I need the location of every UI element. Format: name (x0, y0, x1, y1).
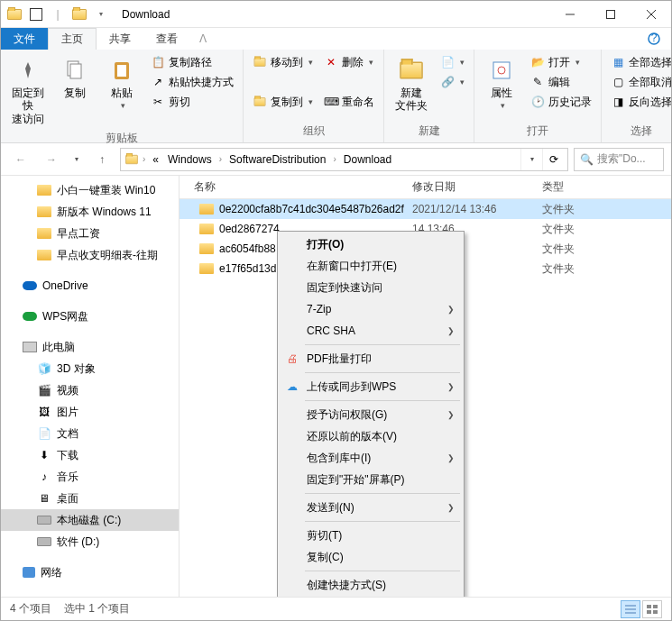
select-all-button[interactable]: ▦全部选择 (607, 52, 672, 72)
library-icon: 📄 (37, 427, 51, 440)
view-icons-button[interactable] (642, 600, 662, 618)
tree-pc-item[interactable]: ⬇下载 (1, 444, 179, 466)
ctx-create-shortcut[interactable]: 创建快捷方式(S) (280, 574, 462, 596)
nav-up[interactable]: ↑ (89, 147, 115, 172)
paste-button[interactable]: 粘贴 ▾ (100, 52, 143, 114)
copy-button[interactable]: 复制 (53, 52, 97, 103)
crumb-windows[interactable]: Windows (164, 149, 216, 170)
minimize-button[interactable] (549, 1, 590, 28)
search-input[interactable]: 🔍 搜索"Do... (574, 148, 664, 171)
crumb-download[interactable]: Download (340, 149, 395, 170)
tree-pc-item[interactable]: ♪音乐 (1, 466, 179, 488)
ctx-crc-sha[interactable]: CRC SHA (280, 320, 462, 342)
ctx-open-new-window[interactable]: 在新窗口中打开(E) (280, 255, 462, 277)
tree-quick-item[interactable]: 新版本 Windows 11 (1, 201, 179, 223)
ctx-prev-versions[interactable]: 还原以前的版本(V) (280, 425, 462, 447)
view-details-button[interactable] (621, 600, 640, 618)
ctx-include-library[interactable]: 包含到库中(I) (280, 447, 462, 469)
nav-history-dropdown[interactable]: ▾ (69, 147, 84, 172)
library-icon: 🧊 (37, 362, 51, 375)
ctx-pdf-print[interactable]: 🖨PDF批量打印 (280, 348, 462, 370)
help-icon[interactable]: ? (637, 28, 671, 50)
tab-home[interactable]: 主页 (48, 28, 97, 50)
ctx-pin-start[interactable]: 固定到"开始"屏幕(P) (280, 469, 462, 490)
refresh-button[interactable]: ⟳ (542, 149, 564, 170)
list-header[interactable]: 名称 修改日期 类型 (180, 176, 671, 199)
cut-button[interactable]: ✂剪切 (147, 92, 237, 112)
table-row[interactable]: 0e2200cfa8b7c41dc304e5487b26ad2f2021/12/… (180, 199, 671, 219)
ctx-open[interactable]: 打开(O) (280, 233, 462, 255)
paste-shortcut-button[interactable]: ↗粘贴快捷方式 (147, 72, 237, 92)
addr-dropdown[interactable]: ▾ (520, 149, 542, 170)
ctx-separator (305, 400, 460, 401)
ctx-cut[interactable]: 剪切(T) (280, 525, 462, 546)
tree-wps[interactable]: WPS网盘 (1, 306, 179, 327)
qat-checkbox[interactable] (26, 5, 46, 24)
history-button[interactable]: 🕑历史记录 (527, 92, 595, 112)
close-button[interactable] (631, 1, 671, 28)
nav-back[interactable]: ← (8, 147, 33, 172)
tree-pc-item[interactable]: 软件 (D:) (1, 531, 179, 553)
cloud-icon (23, 281, 37, 290)
svg-rect-1 (606, 10, 614, 18)
tab-view[interactable]: 查看 (143, 28, 190, 50)
ctx-7zip[interactable]: 7-Zip (280, 298, 462, 320)
properties-button[interactable]: 属性 ▾ (480, 52, 523, 114)
move-to-button[interactable]: 移动到▾ (249, 52, 317, 72)
chevron-down-icon: ▾ (121, 101, 125, 111)
col-date[interactable]: 修改日期 (412, 179, 542, 195)
group-organize-label: 组织 (249, 122, 378, 142)
crumb-softwaredist[interactable]: SoftwareDistribution (226, 149, 329, 170)
tree-onedrive[interactable]: OneDrive (1, 275, 179, 297)
tree-quick-item[interactable]: 小白一键重装 Win10 (1, 179, 179, 201)
tree-pc-item[interactable]: 🖼图片 (1, 401, 179, 423)
tree-pc-item[interactable]: 📄文档 (1, 423, 179, 444)
svg-text:?: ? (651, 32, 658, 44)
svg-rect-9 (117, 65, 126, 77)
new-folder-button[interactable]: 新建 文件夹 (390, 52, 433, 116)
qat-dropdown[interactable]: ▾ (91, 5, 111, 24)
new-item-button[interactable]: 📄▾ (437, 52, 468, 72)
select-none-button[interactable]: ▢全部取消 (607, 72, 672, 92)
delete-button[interactable]: ✕删除▾ (320, 52, 378, 72)
rename-button[interactable]: ⌨重命名 (320, 92, 378, 112)
tree-pc-item[interactable]: 🎬视频 (1, 379, 179, 401)
chevron-right-icon: › (331, 154, 337, 164)
easy-access-icon: 🔗 (440, 75, 455, 89)
open-button[interactable]: 📂打开▾ (527, 52, 595, 72)
tree-pc-item[interactable]: 本地磁盘 (C:) (1, 509, 179, 531)
ctx-pin-quick[interactable]: 固定到快速访问 (280, 277, 462, 298)
tab-share[interactable]: 共享 (97, 28, 143, 50)
ctx-wps-sync[interactable]: ☁上传或同步到WPS (280, 376, 462, 397)
ctx-grant-access[interactable]: 授予访问权限(G) (280, 404, 462, 425)
title-bar: | ▾ Download (1, 1, 671, 28)
copy-to-button[interactable]: 复制到▾ (249, 92, 317, 112)
crumb-ellipsis[interactable]: « (149, 149, 162, 170)
pin-quick-access-button[interactable]: 固定到快 速访问 (6, 52, 50, 129)
tree-pc-item[interactable]: 🖥桌面 (1, 488, 179, 509)
tree-network[interactable]: 网络 (1, 562, 179, 583)
tree-quick-item[interactable]: 早点收支明细表-往期 (1, 244, 179, 266)
invert-icon: ◨ (611, 95, 625, 109)
invert-selection-button[interactable]: ◨反向选择 (607, 92, 672, 112)
address-bar[interactable]: › « Windows › SoftwareDistribution › Dow… (120, 148, 568, 171)
col-name[interactable]: 名称 (180, 179, 412, 195)
ribbon-collapse[interactable]: ᐱ (190, 28, 216, 50)
easy-access-button[interactable]: 🔗▾ (437, 72, 468, 92)
app-folder-icon (5, 5, 24, 24)
chevron-right-icon: › (141, 154, 147, 164)
ctx-copy[interactable]: 复制(C) (280, 546, 462, 568)
tree-quick-item[interactable]: 早点工资 (1, 223, 179, 244)
navigation-tree[interactable]: 小白一键重装 Win10新版本 Windows 11早点工资早点收支明细表-往期… (1, 176, 180, 597)
tree-this-pc[interactable]: 此电脑 (1, 336, 179, 358)
edit-button[interactable]: ✎编辑 (527, 72, 595, 92)
col-type[interactable]: 类型 (542, 179, 671, 195)
search-placeholder: 搜索"Do... (597, 151, 646, 167)
tree-pc-item[interactable]: 🧊3D 对象 (1, 358, 179, 379)
tab-file[interactable]: 文件 (1, 28, 48, 50)
maximize-button[interactable] (590, 1, 631, 28)
nav-forward[interactable]: → (39, 147, 64, 172)
addr-folder-icon (125, 154, 138, 163)
copy-path-button[interactable]: 📋复制路径 (147, 52, 237, 72)
ctx-send-to[interactable]: 发送到(N) (280, 497, 462, 518)
